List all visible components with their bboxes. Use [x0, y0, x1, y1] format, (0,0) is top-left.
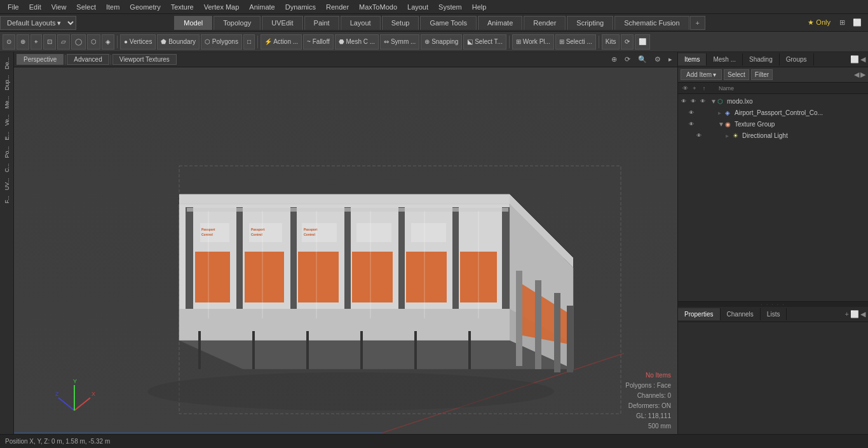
- mode-btn-6[interactable]: ◯: [71, 34, 86, 50]
- viewport-ctrl-arrow[interactable]: ▸: [666, 55, 675, 64]
- mode-btn-5[interactable]: ▱: [57, 34, 70, 50]
- sidebar-btn-f[interactable]: F...: [3, 193, 11, 206]
- tab-scripting[interactable]: Scripting: [567, 16, 613, 30]
- menu-geometry[interactable]: Geometry: [125, 2, 165, 12]
- tab-uvedit[interactable]: UVEdit: [262, 16, 302, 30]
- sidebar-btn-ve[interactable]: Ve...: [3, 112, 11, 128]
- eye-icon-light-1[interactable]: 👁: [695, 131, 703, 140]
- items-toolbar-icon-1[interactable]: ◀: [854, 71, 859, 79]
- panel-tab-lists[interactable]: Lists: [761, 308, 787, 320]
- square-btn[interactable]: □: [243, 34, 255, 50]
- layout-window-icon[interactable]: ⬜: [849, 17, 865, 28]
- mode-btn-4[interactable]: ⊡: [43, 34, 56, 50]
- panel-separator[interactable]: · · · · ·: [678, 302, 868, 307]
- viewport-ctrl-3[interactable]: 🔍: [635, 55, 649, 64]
- snapping-btn[interactable]: ⊕ Snapping: [421, 34, 462, 50]
- properties-add-icon[interactable]: +: [845, 310, 849, 318]
- viewport-tab-textures[interactable]: Viewport Textures: [112, 54, 177, 65]
- star-only-label[interactable]: ★ Only: [803, 17, 836, 28]
- workpl-btn[interactable]: ⊞ Work Pl...: [512, 34, 554, 50]
- symm-btn[interactable]: ⇔ Symm ...: [380, 34, 419, 50]
- menu-select[interactable]: Select: [71, 2, 101, 12]
- panel-tab-mesh[interactable]: Mesh ...: [707, 53, 743, 65]
- viewport-ctrl-gear[interactable]: ⚙: [652, 55, 663, 64]
- tree-item-airport[interactable]: 👁 ▸ ◈ Airport_Passport_Control_Co...: [686, 107, 868, 118]
- boundary-btn[interactable]: ⬟ Boundary: [157, 34, 200, 50]
- sidebar-btn-de[interactable]: De...: [3, 55, 11, 72]
- rotate-icon-btn[interactable]: ⟳: [621, 34, 634, 50]
- properties-collapse-icon[interactable]: ◀: [860, 310, 865, 318]
- panel-tab-shading[interactable]: Shading: [743, 53, 780, 65]
- tree-item-directional-light[interactable]: 👁 ▸ ☀ Directional Light: [693, 130, 868, 141]
- menu-render[interactable]: Render: [321, 2, 354, 12]
- tree-item-modo-lxo[interactable]: 👁 👁 👁 ▼ ⬡ modo.lxo: [678, 95, 868, 107]
- tab-add-button[interactable]: +: [690, 16, 705, 30]
- tab-setup[interactable]: Setup: [382, 16, 419, 30]
- tab-game-tools[interactable]: Game Tools: [420, 16, 477, 30]
- mode-btn-8[interactable]: ◈: [102, 34, 114, 50]
- viewport-tab-advanced[interactable]: Advanced: [67, 54, 109, 65]
- filter-btn[interactable]: Filter: [751, 69, 773, 80]
- sidebar-btn-c[interactable]: C...: [3, 161, 11, 175]
- tree-expand-airport[interactable]: ▸: [718, 109, 724, 116]
- sidebar-btn-me[interactable]: Me...: [3, 93, 11, 111]
- menu-dynamics[interactable]: Dynamics: [280, 2, 321, 12]
- items-toolbar-icon-2[interactable]: ▶: [860, 71, 865, 79]
- menu-animate[interactable]: Animate: [244, 2, 280, 12]
- kits-btn[interactable]: Kits: [602, 34, 620, 50]
- tab-paint[interactable]: Paint: [304, 16, 339, 30]
- sidebar-btn-uv[interactable]: UV...: [3, 175, 11, 193]
- mode-btn-2[interactable]: ⊕: [17, 34, 29, 50]
- layout-grid-icon[interactable]: ⊞: [836, 17, 849, 28]
- action-btn[interactable]: ⚡ Action ...: [261, 34, 302, 50]
- properties-expand-icon[interactable]: ⬜: [850, 310, 859, 318]
- panel-expand-icon[interactable]: ⬜: [850, 55, 859, 64]
- sidebar-btn-dup[interactable]: Dup...: [3, 72, 11, 93]
- selecti-btn[interactable]: ⊞ Selecti ...: [555, 34, 596, 50]
- tree-expand-1[interactable]: ▼: [710, 98, 717, 105]
- tab-model[interactable]: Model: [174, 16, 212, 30]
- mode-btn-1[interactable]: ⊙: [3, 34, 15, 50]
- viewport-ctrl-1[interactable]: ⊕: [609, 55, 620, 64]
- falloff-btn[interactable]: ~ Falloff: [303, 34, 334, 50]
- eye-icon-2[interactable]: 👁: [689, 97, 698, 105]
- tab-topology[interactable]: Topology: [214, 16, 261, 30]
- eye-icon-texture-1[interactable]: 👁: [687, 119, 696, 128]
- meshc-btn[interactable]: ⬣ Mesh C ...: [335, 34, 379, 50]
- menu-edit[interactable]: Edit: [24, 2, 46, 12]
- panel-tab-properties[interactable]: Properties: [678, 308, 721, 320]
- viewport-ctrl-2[interactable]: ⟳: [622, 55, 633, 64]
- viewport-3d[interactable]: Passport Control Passport Control Passpo…: [14, 67, 677, 434]
- eye-icon-1[interactable]: 👁: [679, 97, 688, 105]
- tab-layout[interactable]: Layout: [341, 16, 381, 30]
- sidebar-btn-po[interactable]: Po...: [3, 144, 11, 161]
- panel-tab-channels[interactable]: Channels: [721, 308, 761, 320]
- panel-tab-items[interactable]: Items: [678, 53, 707, 65]
- panel-tab-groups[interactable]: Groups: [780, 53, 814, 65]
- eye-icon-3[interactable]: 👁: [698, 97, 707, 105]
- menu-vertex-map[interactable]: Vertex Map: [199, 2, 245, 12]
- tree-expand-texture[interactable]: ▼: [718, 121, 724, 128]
- menu-item[interactable]: Item: [101, 2, 125, 12]
- menu-maxtomodo[interactable]: MaxToModo: [354, 2, 402, 12]
- panel-collapse-icon[interactable]: ◀: [860, 55, 865, 64]
- mode-btn-7[interactable]: ⬡: [87, 34, 100, 50]
- tab-animate[interactable]: Animate: [478, 16, 522, 30]
- layout-dropdown[interactable]: Default Layouts ▾: [0, 16, 76, 30]
- tree-item-texture-group[interactable]: 👁 ▼ ◉ Texture Group: [686, 118, 868, 130]
- viewport-tab-perspective[interactable]: Perspective: [17, 54, 64, 65]
- menu-help[interactable]: Help: [467, 2, 492, 12]
- tree-expand-light[interactable]: ▸: [726, 132, 732, 139]
- selectt-btn[interactable]: ⬕ Select T...: [463, 34, 506, 50]
- eye-icon-airport-1[interactable]: 👁: [687, 108, 696, 117]
- menu-file[interactable]: File: [3, 2, 24, 12]
- menu-texture[interactable]: Texture: [166, 2, 199, 12]
- menu-layout[interactable]: Layout: [402, 2, 433, 12]
- menu-system[interactable]: System: [433, 2, 467, 12]
- select-btn-items[interactable]: Select: [724, 69, 749, 80]
- fullscreen-btn[interactable]: ⬜: [635, 34, 650, 50]
- polygons-btn[interactable]: ⬡ Polygons: [201, 34, 242, 50]
- menu-view[interactable]: View: [46, 2, 72, 12]
- sidebar-btn-e[interactable]: E...: [3, 129, 11, 143]
- mode-btn-3[interactable]: ⌖: [31, 34, 42, 50]
